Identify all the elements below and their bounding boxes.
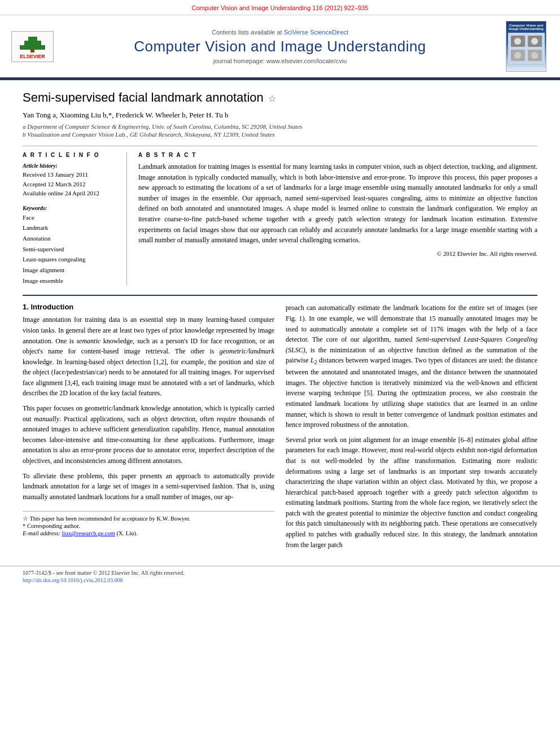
elsevier-tree-icon (17, 34, 48, 54)
keyword-annotation: Annotation (23, 233, 119, 244)
svg-point-9 (514, 38, 521, 45)
article-info-abstract-section: A R T I C L E I N F O Article history: R… (23, 146, 537, 286)
section1-para-right1: proach can automatically estimate the la… (286, 303, 537, 430)
section1-para1: Image annotation for training data is an… (23, 314, 274, 399)
keywords-list: Face Landmark Annotation Semi-supervised… (23, 212, 119, 286)
authors: Yan Tong a, Xiaoming Liu b,*, Frederick … (23, 111, 537, 120)
section1-para-right2: Several prior work on joint alignment fo… (286, 435, 537, 551)
paper-content: Semi-supervised facial landmark annotati… (0, 80, 560, 566)
footnotes: ☆ This paper has been recommended for ac… (23, 511, 274, 536)
doi-text: http://dx.doi.org/10.1016/j.cviu.2012.03… (23, 577, 537, 583)
body-right-column: proach can automatically estimate the la… (286, 303, 537, 554)
section1-para2: This paper focuses on geometric/landmark… (23, 403, 274, 466)
journal-homepage: journal homepage: www.elsevier.com/locat… (62, 58, 498, 64)
section1-para3: To alleviate these problems, this paper … (23, 471, 274, 503)
abstract-header: A B S T R A C T (138, 152, 537, 158)
svg-point-12 (531, 52, 538, 59)
email-link[interactable]: liux@research.ge.com (62, 530, 115, 536)
journal-center: Contents lists available at SciVerse Sci… (62, 29, 498, 64)
affiliation-a: a Department of Computer Science & Engin… (23, 123, 537, 130)
available-text: Contents lists available at SciVerse Sci… (62, 29, 498, 36)
journal-title: Computer Vision and Image Understanding (62, 38, 498, 55)
svg-rect-2 (28, 37, 37, 42)
keyword-face: Face (23, 212, 119, 223)
keyword-image-ensemble: Image ensemble (23, 276, 119, 286)
keywords-label: Keywords: (23, 205, 119, 211)
keyword-least-squares: Least-squares congealing (23, 254, 119, 265)
article-info-header: A R T I C L E I N F O (23, 152, 119, 158)
affiliations: a Department of Computer Science & Engin… (23, 123, 537, 138)
thumb-title-text: Computer Vision and Image Understanding (509, 24, 544, 30)
affiliation-b: b Visualization and Computer Vision Lab.… (23, 131, 537, 138)
svg-rect-3 (30, 50, 34, 53)
paper-title: Semi-supervised facial landmark annotati… (23, 90, 537, 105)
bottom-bar: 1077-3142/$ - see front matter © 2012 El… (0, 566, 560, 587)
accepted-date: Accepted 12 March 2012 (23, 180, 119, 189)
available-online-date: Available online 24 April 2012 (23, 189, 119, 198)
journal-thumbnail-container: Computer Vision and Image Understanding (504, 21, 549, 72)
elsevier-logo-container: ELSEVIER (11, 31, 56, 62)
body-content: 1. Introduction Image annotation for tra… (23, 295, 537, 554)
elsevier-logo: ELSEVIER (11, 31, 54, 62)
copyright-text: © 2012 Elsevier Inc. All rights reserved… (138, 250, 537, 257)
article-history-label: Article history: (23, 163, 119, 169)
journal-header: ELSEVIER Contents lists available at Sci… (0, 15, 560, 78)
footnote-star: ☆ This paper has been recommended for ac… (23, 515, 274, 522)
svg-point-11 (514, 52, 521, 59)
journal-thumbnail: Computer Vision and Image Understanding (506, 21, 546, 72)
keyword-image-alignment: Image alignment (23, 265, 119, 276)
journal-reference: Computer Vision and Image Understanding … (192, 5, 369, 11)
elsevier-text: ELSEVIER (20, 54, 45, 59)
svg-rect-0 (20, 45, 45, 50)
doi-link[interactable]: http://dx.doi.org/10.1016/j.cviu.2012.03… (23, 577, 123, 583)
footnote-corresponding: * Corresponding author. (23, 523, 274, 529)
top-bar: Computer Vision and Image Understanding … (0, 0, 560, 15)
article-info-column: A R T I C L E I N F O Article history: R… (23, 152, 127, 286)
abstract-text: Landmark annotation for training images … (138, 161, 537, 246)
svg-point-10 (531, 38, 538, 45)
footnote-email: E-mail address: liux@research.ge.com (X.… (23, 530, 274, 536)
thumb-image (508, 33, 545, 64)
body-left-column: 1. Introduction Image annotation for tra… (23, 303, 274, 554)
keyword-landmark: Landmark (23, 222, 119, 233)
issn-text: 1077-3142/$ - see front matter © 2012 El… (23, 570, 537, 576)
sciverse-link[interactable]: SciVerse ScienceDirect (284, 29, 348, 36)
abstract-column: A B S T R A C T Landmark annotation for … (138, 152, 537, 286)
star-note-symbol: ☆ (268, 93, 276, 104)
received-date: Received 13 January 2011 (23, 170, 119, 180)
section1-title: 1. Introduction (23, 303, 274, 311)
keyword-semi-supervised: Semi-supervised (23, 244, 119, 255)
